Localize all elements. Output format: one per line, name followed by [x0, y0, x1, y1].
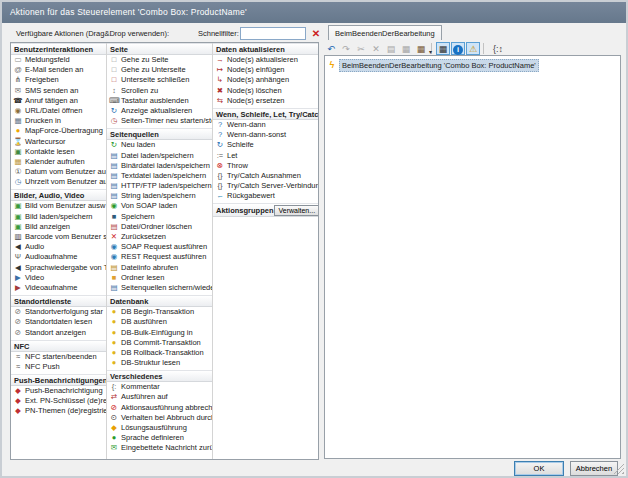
- action-item[interactable]: ↦Node(s) einfügen: [213, 65, 318, 75]
- action-item[interactable]: ⇄Ausführen auf: [107, 392, 212, 402]
- action-item[interactable]: ▭Meldungsfeld: [11, 55, 106, 65]
- ok-button[interactable]: OK: [514, 461, 564, 476]
- action-item[interactable]: ▤String laden/speichern: [107, 191, 212, 201]
- warning-filter-toggle-icon[interactable]: ⚠: [466, 42, 480, 55]
- action-item[interactable]: □Gehe zu Unterseite: [107, 65, 212, 75]
- action-item[interactable]: ←Rückgabewert: [213, 191, 318, 201]
- action-item[interactable]: ◀Sprachwiedergabe von T: [11, 263, 106, 273]
- action-item[interactable]: ⊘Standortverfolgung star: [11, 307, 106, 317]
- action-item[interactable]: ▶Video: [11, 273, 106, 283]
- action-item[interactable]: ▤Dateiinfo abrufen: [107, 263, 212, 273]
- header-row: Verfügbare Aktionen (Drag&Drop verwenden…: [2, 27, 626, 41]
- action-item[interactable]: ?Wenn-dann: [213, 120, 318, 130]
- action-item-label: Sprachwiedergabe von T: [25, 263, 106, 273]
- action-item[interactable]: ✉Eingebettete Nachricht zurück: [107, 443, 212, 453]
- action-item[interactable]: ΨAudioaufnahme: [11, 252, 106, 262]
- paste-icon[interactable]: ▦: [399, 42, 413, 55]
- verwalten-button[interactable]: Verwalten...: [274, 205, 319, 216]
- action-item[interactable]: {:Kommentar: [107, 382, 212, 392]
- goto-page-icon: □: [109, 55, 119, 65]
- action-item[interactable]: ◆PN-Themen (de)registrie: [11, 406, 106, 416]
- event-editor-area[interactable]: ϟ BeimBeendenDerBearbeitung 'Combo Box: …: [324, 55, 621, 459]
- action-item[interactable]: ⊗Throw: [213, 161, 318, 171]
- copy-icon[interactable]: ▤: [384, 42, 398, 55]
- clear-filter-icon[interactable]: ✕: [310, 27, 322, 40]
- action-item[interactable]: ▤Datei/Ordner löschen: [107, 222, 212, 232]
- action-item[interactable]: ▣Bild anzeigen: [11, 222, 106, 232]
- action-item[interactable]: ◉REST Request ausführen: [107, 252, 212, 262]
- cut-icon[interactable]: ✂: [354, 42, 368, 55]
- action-item[interactable]: ◷Uhrzeit vom Benutzer au: [11, 177, 106, 187]
- action-item[interactable]: ●MapForce-Übertragung: [11, 126, 106, 136]
- action-item[interactable]: ◆Lösungsausführung: [107, 423, 212, 433]
- action-item[interactable]: ✖Node(s) löschen: [213, 86, 318, 96]
- action-item[interactable]: □Gehe zu Seite: [107, 55, 212, 65]
- action-item[interactable]: ✕Zurücksetzen: [107, 232, 212, 242]
- action-item[interactable]: @E-Mail senden an: [11, 65, 106, 75]
- action-item[interactable]: ◆Ext. PN-Schlüssel (de)reg: [11, 396, 106, 406]
- action-item[interactable]: ●DB-Bulk-Einfügung in: [107, 328, 212, 338]
- action-item[interactable]: □Unterseite schließen: [107, 75, 212, 85]
- action-item[interactable]: ■Speichern: [107, 212, 212, 222]
- redo-icon[interactable]: ↷: [339, 42, 353, 55]
- action-item[interactable]: ●Sprache definieren: [107, 433, 212, 443]
- action-item[interactable]: ▤Seitenquellen sichern/wiederh: [107, 283, 212, 293]
- action-item[interactable]: ≈NFC starten/beenden: [11, 352, 106, 362]
- action-item[interactable]: ↻Anzeige aktualisieren: [107, 106, 212, 116]
- action-item[interactable]: ↕Scrollen zu: [107, 86, 212, 96]
- quick-filter-input[interactable]: [240, 27, 306, 40]
- action-item[interactable]: ↻Schleife: [213, 140, 318, 150]
- action-item[interactable]: ▤Datei laden/speichern: [107, 151, 212, 161]
- action-item[interactable]: ▦Drucken in: [11, 116, 106, 126]
- action-item[interactable]: ●DB Commit-Transaktion: [107, 338, 212, 348]
- action-item[interactable]: ↻Neu laden: [107, 140, 212, 150]
- action-item[interactable]: ▤Binärdatei laden/speichern: [107, 161, 212, 171]
- paste-special-icon[interactable]: ▦▾: [414, 42, 428, 55]
- action-item[interactable]: ◉SOAP Request ausführen: [107, 242, 212, 252]
- action-item[interactable]: ①Datum vom Benutzer au: [11, 167, 106, 177]
- tab-beimbeendenderbearbeitung[interactable]: BeimBeendenDerBearbeitung: [328, 25, 442, 40]
- action-item[interactable]: ●DB ausführen: [107, 317, 212, 327]
- undo-icon[interactable]: ↶: [324, 42, 338, 55]
- action-item[interactable]: ▣Kontakte lesen: [11, 147, 106, 157]
- action-item[interactable]: ◷Seiten-Timer neu starten/stopp: [107, 116, 212, 126]
- action-item[interactable]: ◉Von SOAP laden: [107, 201, 212, 211]
- action-item[interactable]: ▣Bild laden/speichern: [11, 212, 106, 222]
- info-filter-toggle-icon[interactable]: i: [451, 42, 465, 55]
- action-item[interactable]: ⊘Aktionsausführung abbrechen: [107, 403, 212, 413]
- action-item[interactable]: ▥Barcode vom Benutzer s: [11, 232, 106, 242]
- grid-filter-toggle-icon[interactable]: ▦: [436, 42, 450, 55]
- action-item[interactable]: ≈NFC Push: [11, 362, 106, 372]
- action-item[interactable]: →Node(s) aktualisieren: [213, 55, 318, 65]
- action-item[interactable]: ⋔Freigeben: [11, 75, 106, 85]
- action-item[interactable]: ◆Push-Benachrichtigung: [11, 386, 106, 396]
- action-item[interactable]: ⊘Standort anzeigen: [11, 328, 106, 338]
- action-item[interactable]: {}Try/Catch Ausnahmen: [213, 171, 318, 181]
- action-item[interactable]: ↳Node(s) anhängen: [213, 75, 318, 85]
- delete-icon[interactable]: ✕: [369, 42, 383, 55]
- action-item[interactable]: :=Let: [213, 151, 318, 161]
- comment-expand-icon[interactable]: {:↕: [488, 42, 508, 55]
- action-item[interactable]: ▣Bild vom Benutzer ausw: [11, 201, 106, 211]
- action-item[interactable]: ?Wenn-dann-sonst: [213, 130, 318, 140]
- action-item[interactable]: ■Ordner lesen: [107, 273, 212, 283]
- action-item[interactable]: ▶Videoaufnahme: [11, 283, 106, 293]
- action-item[interactable]: ●DB Begin-Transaktion: [107, 307, 212, 317]
- action-item[interactable]: ⊙Verhalten bei Abbruch durch B: [107, 413, 212, 423]
- action-item[interactable]: ◉URL/Datei öffnen: [11, 106, 106, 116]
- action-item[interactable]: ⇆Node(s) ersetzen: [213, 96, 318, 106]
- action-item[interactable]: ●DB-Struktur lesen: [107, 358, 212, 368]
- action-item[interactable]: ▤HTTP/FTP laden/speichern: [107, 181, 212, 191]
- action-item[interactable]: ☎Anruf tätigen an: [11, 96, 106, 106]
- action-item[interactable]: ●DB Rollback-Transaktion: [107, 348, 212, 358]
- action-item[interactable]: ◀Audio: [11, 242, 106, 252]
- action-item[interactable]: ▦Kalender aufrufen: [11, 157, 106, 167]
- event-handler-row[interactable]: ϟ BeimBeendenDerBearbeitung 'Combo Box: …: [327, 59, 618, 71]
- cancel-button[interactable]: Abbrechen: [570, 461, 618, 476]
- action-item[interactable]: ⌛Wartecursor: [11, 137, 106, 147]
- action-item[interactable]: ⌨Tastatur ausblenden: [107, 96, 212, 106]
- action-item[interactable]: ⊘Standortdaten lesen: [11, 317, 106, 327]
- action-item[interactable]: ▤Textdatei laden/speichern: [107, 171, 212, 181]
- action-item[interactable]: {}Try/Catch Server-Verbindung: [213, 181, 318, 191]
- action-item[interactable]: ✉SMS senden an: [11, 86, 106, 96]
